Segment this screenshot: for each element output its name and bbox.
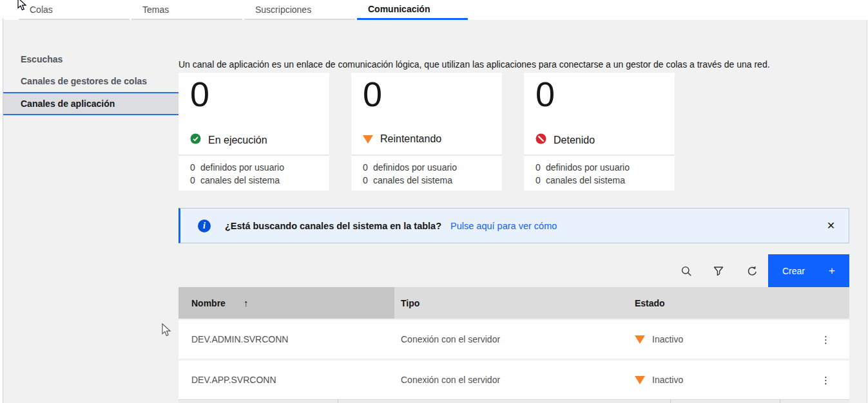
- status-cards: 0 En ejecución 0definidos por usuario 0c…: [178, 73, 675, 191]
- stopped-breakdown: 0definidos por usuario 0canales del sist…: [524, 155, 675, 191]
- window-right-edge: [867, 20, 867, 403]
- plus-icon: +: [829, 265, 835, 277]
- column-header-nombre[interactable]: Nombre ↑: [178, 287, 394, 319]
- card-detenido: 0 Detenido 0definidos por usuario 0canal…: [524, 73, 675, 191]
- running-system-label: canales del sistema: [200, 175, 280, 185]
- table-row[interactable]: DEV.ADMIN.SVRCONN Conexión con el servid…: [178, 320, 849, 359]
- create-button-label: Crear: [782, 266, 805, 276]
- retrying-user-label: definidos por usuario: [373, 162, 457, 173]
- retrying-triangle-down-icon: [363, 135, 373, 144]
- channel-name-cell: DEV.APP.SVRCONN: [178, 361, 394, 399]
- stopped-count: 0: [535, 74, 555, 114]
- sidebar: Escuchas Canales de gestores de colas Ca…: [3, 48, 178, 115]
- running-system-count: 0: [190, 174, 195, 187]
- stopped-status-label: Detenido: [554, 135, 595, 146]
- tab-suscripciones[interactable]: Suscripciones: [244, 0, 355, 20]
- filter-icon[interactable]: [708, 260, 729, 282]
- retrying-count: 0: [363, 74, 382, 114]
- channel-state-cell: Inactivo: [619, 320, 802, 359]
- table-header-row: Nombre ↑ Tipo Estado: [178, 287, 849, 319]
- overflow-menu-icon[interactable]: ⋮: [821, 375, 831, 385]
- info-icon: i: [198, 220, 211, 232]
- channels-table: Nombre ↑ Tipo Estado DEV.ADMIN.SVRCONN C…: [178, 287, 849, 399]
- running-user-count: 0: [190, 161, 195, 174]
- nombre-header-label: Nombre: [191, 298, 226, 308]
- inactive-triangle-down-icon: [635, 376, 645, 384]
- card-reintentando: 0 Reintentando 0definidos por usuario 0c…: [351, 73, 502, 191]
- stopped-blocked-circle-icon: [535, 133, 546, 147]
- channel-type-cell: Conexión con el servidor: [394, 361, 619, 399]
- card-en-ejecucion: 0 En ejecución 0definidos por usuario 0c…: [178, 73, 329, 191]
- column-header-estado[interactable]: Estado: [619, 287, 802, 319]
- banner-question: ¿Está buscando canales del sistema en la…: [225, 221, 441, 231]
- tab-temas[interactable]: Temas: [131, 0, 242, 20]
- inactive-triangle-down-icon: [635, 335, 645, 344]
- stopped-system-count: 0: [535, 174, 541, 187]
- retrying-status-label: Reintentando: [380, 133, 441, 145]
- channel-type-cell: Conexión con el servidor: [394, 320, 619, 359]
- refresh-icon[interactable]: [741, 260, 763, 282]
- overflow-menu-icon[interactable]: ⋮: [821, 335, 831, 344]
- create-button[interactable]: Crear +: [768, 254, 849, 287]
- sidebar-item-canales-gestores[interactable]: Canales de gestores de colas: [3, 70, 178, 92]
- main-panel: Un canal de aplicación es un enlace de c…: [178, 20, 849, 403]
- stopped-user-label: definidos por usuario: [546, 162, 630, 173]
- mq-console-window: Colas Temas Suscripciones Comunicación E…: [0, 0, 868, 403]
- banner-help-link[interactable]: Pulse aquí para ver cómo: [450, 221, 557, 231]
- sidebar-item-canales-aplicacion[interactable]: Canales de aplicación: [3, 92, 178, 115]
- running-count: 0: [190, 74, 209, 114]
- table-toolbar: Crear +: [178, 254, 849, 287]
- retrying-system-label: canales del sistema: [373, 175, 452, 185]
- page-description: Un canal de aplicación es un enlace de c…: [178, 59, 849, 70]
- retrying-breakdown: 0definidos por usuario 0canales del sist…: [351, 155, 502, 191]
- running-breakdown: 0definidos por usuario 0canales del sist…: [178, 155, 329, 191]
- state-label: Inactivo: [652, 334, 683, 344]
- sort-ascending-icon[interactable]: ↑: [244, 297, 249, 308]
- running-status-label: En ejecución: [208, 135, 267, 146]
- column-header-menu: [802, 287, 849, 319]
- table-row[interactable]: DEV.APP.SVRCONN Conexión con el servidor…: [178, 361, 849, 399]
- tab-colas[interactable]: Colas: [19, 0, 130, 20]
- running-check-circle-icon: [190, 133, 201, 147]
- sidebar-item-escuchas[interactable]: Escuchas: [3, 48, 178, 70]
- info-notification-banner: i ¿Está buscando canales del sistema en …: [178, 208, 849, 243]
- retrying-system-count: 0: [363, 174, 368, 187]
- tab-comunicacion[interactable]: Comunicación: [357, 0, 468, 20]
- stopped-system-label: canales del sistema: [546, 175, 625, 185]
- channel-name-cell: DEV.ADMIN.SVRCONN: [178, 320, 394, 359]
- retrying-user-count: 0: [363, 161, 368, 174]
- search-icon[interactable]: [675, 260, 697, 282]
- column-header-tipo[interactable]: Tipo: [394, 287, 619, 319]
- stopped-user-count: 0: [535, 161, 541, 174]
- pagination-bar-clipped: [178, 399, 849, 403]
- close-icon[interactable]: ✕: [813, 208, 849, 243]
- channel-state-cell: Inactivo: [619, 361, 802, 399]
- top-tab-bar: Colas Temas Suscripciones Comunicación: [0, 0, 868, 20]
- state-label: Inactivo: [652, 375, 683, 385]
- running-user-label: definidos por usuario: [200, 162, 284, 173]
